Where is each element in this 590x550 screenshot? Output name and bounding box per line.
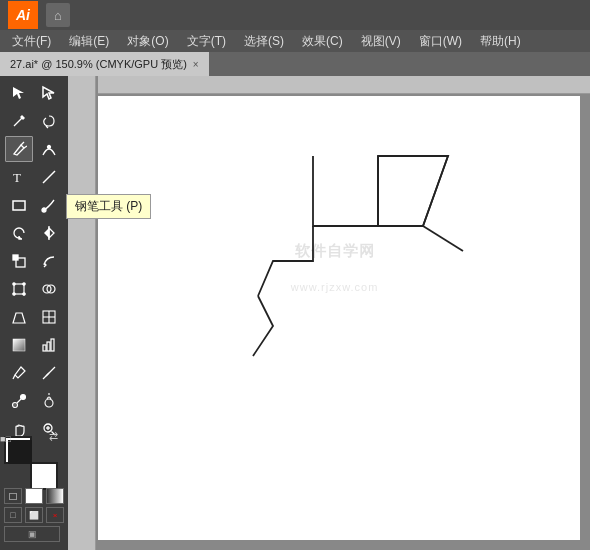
direct-selection-tool[interactable] xyxy=(35,80,63,106)
shape-builder-tool[interactable] xyxy=(35,276,63,302)
selection-tool[interactable] xyxy=(5,80,33,106)
title-bar: Ai ⌂ xyxy=(0,0,590,30)
main-area: T xyxy=(0,76,590,550)
stroke-color[interactable] xyxy=(30,462,58,490)
menu-help[interactable]: 帮助(H) xyxy=(472,31,529,52)
rectangle-tool[interactable] xyxy=(5,192,33,218)
svg-rect-14 xyxy=(13,255,18,260)
svg-rect-29 xyxy=(51,339,54,351)
menu-view[interactable]: 视图(V) xyxy=(353,31,409,52)
svg-rect-27 xyxy=(43,345,46,351)
rotate-tool[interactable] xyxy=(5,220,33,246)
svg-line-42 xyxy=(423,226,463,251)
stroke-color-icon[interactable] xyxy=(25,488,43,504)
toolbar: T xyxy=(0,76,68,550)
draw-behind-icon[interactable]: ⬜ xyxy=(25,507,43,523)
svg-rect-15 xyxy=(14,284,24,294)
paintbrush-tool[interactable] xyxy=(35,192,63,218)
home-icon[interactable]: ⌂ xyxy=(46,3,70,27)
svg-rect-26 xyxy=(13,339,25,351)
svg-rect-8 xyxy=(13,201,25,210)
graph-tool[interactable] xyxy=(35,332,63,358)
change-screen-mode[interactable]: ▣ xyxy=(4,526,60,542)
svg-point-5 xyxy=(48,146,51,149)
magic-wand-tool[interactable] xyxy=(5,108,33,134)
menu-bar: 文件(F) 编辑(E) 对象(O) 文字(T) 选择(S) 效果(C) 视图(V… xyxy=(0,30,590,52)
svg-line-7 xyxy=(43,171,55,183)
canvas-area: 软件自学网 www.rjzxw.com xyxy=(68,76,590,550)
menu-window[interactable]: 窗口(W) xyxy=(411,31,470,52)
mesh-tool[interactable] xyxy=(35,304,63,330)
menu-object[interactable]: 对象(O) xyxy=(119,31,176,52)
blend-tool[interactable] xyxy=(5,388,33,414)
svg-line-4 xyxy=(24,146,27,148)
tab-bar: 27.ai* @ 150.9% (CMYK/GPU 预览) × xyxy=(0,52,590,76)
menu-select[interactable]: 选择(S) xyxy=(236,31,292,52)
swap-colors-icon[interactable]: ⇄ xyxy=(49,430,58,443)
free-transform-tool[interactable] xyxy=(5,276,33,302)
menu-file[interactable]: 文件(F) xyxy=(4,31,59,52)
document-tab[interactable]: 27.ai* @ 150.9% (CMYK/GPU 预览) × xyxy=(0,52,209,76)
menu-edit[interactable]: 编辑(E) xyxy=(61,31,117,52)
bottom-tools: □ □ ⬜ × ▣ xyxy=(4,488,64,542)
svg-line-0 xyxy=(14,118,22,126)
symbol-sprayer-tool[interactable] xyxy=(35,388,63,414)
pen-tool[interactable] xyxy=(5,136,33,162)
line-tool[interactable] xyxy=(35,164,63,190)
color-stack[interactable]: ■□ ⇄ xyxy=(4,436,58,490)
svg-marker-11 xyxy=(44,228,49,238)
reflect-tool[interactable] xyxy=(35,220,63,246)
tab-label: 27.ai* @ 150.9% (CMYK/GPU 预览) xyxy=(10,57,187,72)
svg-marker-12 xyxy=(49,228,54,238)
svg-point-18 xyxy=(13,293,15,295)
svg-point-19 xyxy=(23,293,25,295)
drawing-svg xyxy=(98,96,580,540)
menu-effect[interactable]: 效果(C) xyxy=(294,31,351,52)
svg-line-32 xyxy=(46,373,49,376)
scale-tool[interactable] xyxy=(5,248,33,274)
canvas[interactable]: 软件自学网 www.rjzxw.com xyxy=(98,96,580,540)
svg-text:T: T xyxy=(13,170,21,185)
type-tool[interactable]: T xyxy=(5,164,33,190)
svg-point-16 xyxy=(13,283,15,285)
measure-tool[interactable] xyxy=(35,360,63,386)
svg-line-3 xyxy=(21,142,24,145)
tab-close-button[interactable]: × xyxy=(193,59,199,70)
fill-color-swatch xyxy=(8,440,32,464)
svg-rect-28 xyxy=(47,342,50,351)
draw-inside-icon[interactable]: × xyxy=(46,507,64,523)
warp-tool[interactable] xyxy=(35,248,63,274)
menu-text[interactable]: 文字(T) xyxy=(179,31,234,52)
svg-point-35 xyxy=(45,399,53,407)
svg-point-17 xyxy=(23,283,25,285)
gradient-icon[interactable] xyxy=(46,488,64,504)
svg-line-30 xyxy=(13,375,15,379)
color-section: ■□ ⇄ xyxy=(4,436,64,490)
ai-logo: Ai xyxy=(8,1,38,29)
svg-point-9 xyxy=(42,208,46,212)
perspective-tool[interactable] xyxy=(5,304,33,330)
curvature-tool[interactable] xyxy=(35,136,63,162)
fill-none-icon[interactable]: □ xyxy=(4,488,22,504)
svg-point-33 xyxy=(13,403,18,408)
default-colors-icon[interactable]: ■□ xyxy=(0,434,11,444)
eyedropper-tool[interactable] xyxy=(5,360,33,386)
lasso-tool[interactable] xyxy=(35,108,63,134)
horizontal-ruler xyxy=(98,76,590,94)
svg-marker-22 xyxy=(13,313,25,323)
gradient-tool[interactable] xyxy=(5,332,33,358)
svg-point-34 xyxy=(21,395,26,400)
draw-normal-icon[interactable]: □ xyxy=(4,507,22,523)
vertical-ruler xyxy=(68,76,96,550)
